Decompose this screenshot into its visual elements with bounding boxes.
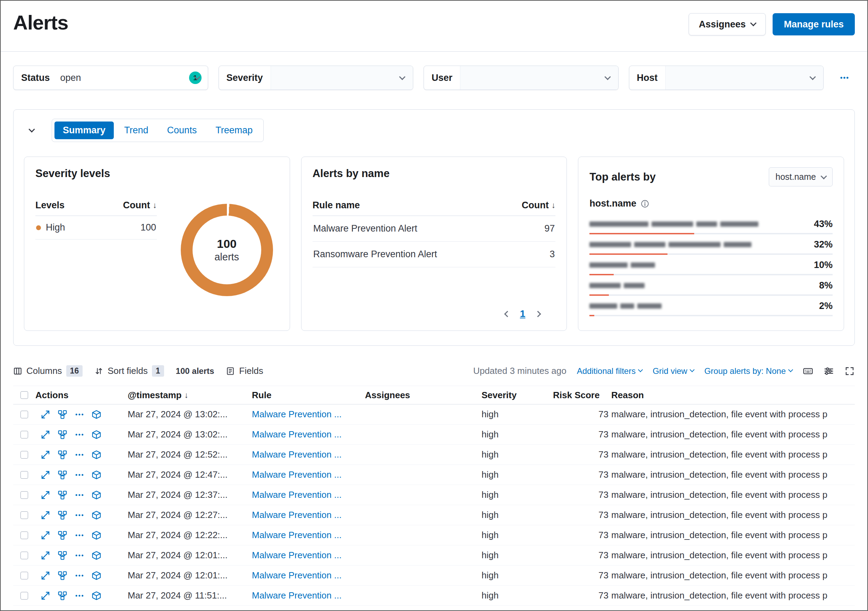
row-checkbox[interactable]	[20, 411, 28, 418]
expand-alert-icon[interactable]	[40, 510, 51, 521]
keyboard-shortcuts-icon[interactable]	[803, 366, 813, 376]
expand-alert-icon[interactable]	[40, 490, 51, 500]
add-to-timeline-icon[interactable]	[91, 449, 102, 460]
more-actions-icon[interactable]	[74, 591, 85, 601]
display-options-icon[interactable]	[824, 366, 834, 376]
alert-reason[interactable]: malware, intrusion_detection, file event…	[611, 570, 855, 581]
analyze-event-icon[interactable]	[57, 490, 68, 500]
filter-severity[interactable]: Severity	[219, 65, 414, 90]
more-actions-icon[interactable]	[74, 550, 85, 561]
fullscreen-icon[interactable]	[845, 366, 855, 376]
analyze-event-icon[interactable]	[57, 550, 68, 561]
rule-link[interactable]: Malware Prevention ...	[252, 429, 365, 440]
rule-link[interactable]: Malware Prevention ...	[252, 490, 365, 500]
alert-reason[interactable]: malware, intrusion_detection, file event…	[611, 550, 855, 561]
row-checkbox[interactable]	[20, 592, 28, 600]
more-actions-icon[interactable]	[74, 571, 85, 581]
add-to-timeline-icon[interactable]	[91, 550, 102, 561]
group-alerts-by-button[interactable]: Group alerts by: None	[704, 366, 792, 376]
manage-rules-button[interactable]: Manage rules	[773, 13, 855, 36]
add-to-timeline-icon[interactable]	[91, 510, 102, 521]
alert-reason[interactable]: malware, intrusion_detection, file event…	[611, 409, 855, 420]
analyze-event-icon[interactable]	[57, 429, 68, 440]
sort-fields-button[interactable]: Sort fields 1	[95, 365, 164, 377]
rule-link[interactable]: Malware Prevention ...	[252, 570, 365, 581]
alert-reason[interactable]: malware, intrusion_detection, file event…	[611, 449, 855, 460]
fields-button[interactable]: Fields	[226, 365, 263, 376]
info-icon[interactable]	[640, 199, 649, 208]
page-number[interactable]: 1	[520, 308, 525, 319]
filter-user[interactable]: User	[423, 65, 618, 90]
column-header-risk-score[interactable]: Risk Score	[553, 390, 611, 401]
expand-alert-icon[interactable]	[40, 449, 51, 460]
add-to-timeline-icon[interactable]	[91, 591, 102, 601]
rule-link[interactable]: Malware Prevention ...	[252, 409, 365, 420]
severity-col-count[interactable]: Count↓	[123, 200, 157, 211]
assignees-button[interactable]: Assignees	[689, 13, 766, 36]
expand-alert-icon[interactable]	[40, 530, 51, 541]
rule-link[interactable]: Malware Prevention ...	[252, 550, 365, 561]
column-header-reason[interactable]: Reason	[611, 390, 855, 401]
analyze-event-icon[interactable]	[57, 530, 68, 541]
grid-view-button[interactable]: Grid view	[653, 366, 694, 376]
analyze-event-icon[interactable]	[57, 591, 68, 601]
add-to-timeline-icon[interactable]	[91, 470, 102, 480]
columns-button[interactable]: Columns 16	[13, 365, 82, 377]
filter-host[interactable]: Host	[629, 65, 824, 90]
more-filters-icon[interactable]	[834, 73, 855, 83]
collapse-charts-button[interactable]	[24, 123, 39, 138]
next-page-icon[interactable]	[536, 312, 540, 316]
column-header-rule[interactable]: Rule	[252, 390, 365, 401]
select-all-checkbox[interactable]	[20, 391, 28, 399]
alert-reason[interactable]: malware, intrusion_detection, file event…	[611, 429, 855, 440]
analyze-event-icon[interactable]	[57, 510, 68, 521]
add-to-timeline-icon[interactable]	[91, 429, 102, 440]
rule-link[interactable]: Malware Prevention ...	[252, 510, 365, 521]
expand-alert-icon[interactable]	[40, 470, 51, 480]
more-actions-icon[interactable]	[74, 449, 85, 460]
row-checkbox[interactable]	[20, 491, 28, 499]
alert-reason[interactable]: malware, intrusion_detection, file event…	[611, 470, 855, 480]
add-to-timeline-icon[interactable]	[91, 409, 102, 420]
expand-alert-icon[interactable]	[40, 409, 51, 420]
top-alerts-field-select[interactable]: host.name	[769, 167, 832, 187]
previous-page-icon[interactable]	[505, 312, 510, 316]
count-column-header[interactable]: Count↓	[522, 200, 555, 211]
row-checkbox[interactable]	[20, 451, 28, 459]
row-checkbox[interactable]	[20, 552, 28, 559]
tab-counts[interactable]: Counts	[159, 121, 205, 139]
tab-treemap[interactable]: Treemap	[207, 121, 261, 139]
add-to-timeline-icon[interactable]	[91, 571, 102, 581]
expand-alert-icon[interactable]	[40, 550, 51, 561]
additional-filters-button[interactable]: Additional filters	[577, 366, 642, 376]
column-header-assignees[interactable]: Assignees	[365, 390, 482, 401]
alert-reason[interactable]: malware, intrusion_detection, file event…	[611, 510, 855, 521]
rule-link[interactable]: Malware Prevention ...	[252, 590, 365, 601]
rule-link[interactable]: Malware Prevention ...	[252, 449, 365, 460]
analyze-event-icon[interactable]	[57, 409, 68, 420]
row-checkbox[interactable]	[20, 511, 28, 519]
more-actions-icon[interactable]	[74, 429, 85, 440]
row-checkbox[interactable]	[20, 431, 28, 438]
more-actions-icon[interactable]	[74, 530, 85, 541]
more-actions-icon[interactable]	[74, 510, 85, 521]
rule-link[interactable]: Malware Prevention ...	[252, 470, 365, 480]
expand-alert-icon[interactable]	[40, 591, 51, 601]
tab-summary[interactable]: Summary	[54, 121, 114, 139]
row-checkbox[interactable]	[20, 471, 28, 479]
expand-alert-icon[interactable]	[40, 429, 51, 440]
add-to-timeline-icon[interactable]	[91, 490, 102, 500]
more-actions-icon[interactable]	[74, 470, 85, 480]
row-checkbox[interactable]	[20, 532, 28, 539]
column-header-timestamp[interactable]: @timestamp↓	[128, 390, 252, 401]
more-actions-icon[interactable]	[74, 409, 85, 420]
column-header-severity[interactable]: Severity	[482, 390, 553, 401]
analyze-event-icon[interactable]	[57, 449, 68, 460]
alert-reason[interactable]: malware, intrusion_detection, file event…	[611, 490, 855, 500]
row-checkbox[interactable]	[20, 572, 28, 579]
add-to-timeline-icon[interactable]	[91, 530, 102, 541]
more-actions-icon[interactable]	[74, 490, 85, 500]
analyze-event-icon[interactable]	[57, 470, 68, 480]
alert-reason[interactable]: malware, intrusion_detection, file event…	[611, 530, 855, 541]
tab-trend[interactable]: Trend	[116, 121, 157, 139]
